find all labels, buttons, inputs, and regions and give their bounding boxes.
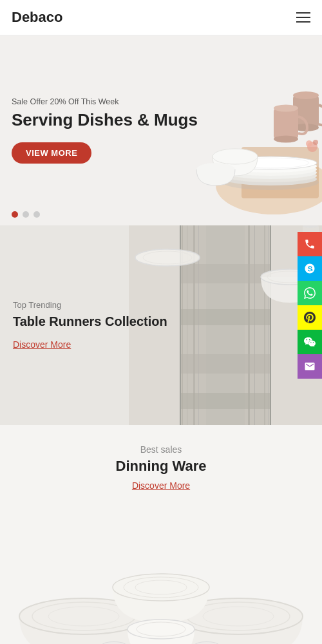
runners-title: Table Runners Collection	[13, 313, 167, 330]
whatsapp-icon	[304, 287, 316, 299]
hamburger-line-3	[296, 21, 310, 23]
table-runners-content: Top Trending Table Runners Collection Di…	[0, 281, 180, 370]
phone-icon	[304, 238, 316, 250]
snapchat-icon	[304, 312, 316, 323]
skype-button[interactable]	[298, 256, 322, 281]
dot-3[interactable]	[33, 211, 40, 218]
svg-rect-35	[180, 309, 270, 325]
phone-button[interactable]	[298, 232, 322, 256]
best-sales-label: Best sales	[12, 444, 310, 455]
email-icon	[304, 361, 316, 372]
hero-sale-text: Sale Offer 20% Off This Week	[12, 97, 310, 106]
trending-label: Top Trending	[13, 300, 167, 310]
wechat-button[interactable]	[298, 330, 322, 354]
hamburger-line-2	[296, 17, 310, 18]
dot-2[interactable]	[23, 211, 29, 218]
carousel-dots	[12, 211, 40, 218]
wechat-icon	[304, 336, 316, 348]
dining-title: Dinning Ware	[12, 458, 310, 475]
svg-rect-37	[180, 393, 270, 409]
side-contact-buttons	[298, 232, 322, 379]
hero-content: Sale Offer 20% Off This Week Serving Dis…	[0, 84, 322, 176]
view-more-button[interactable]: VIEW MORE	[12, 142, 91, 164]
dining-image-area	[12, 504, 310, 644]
hamburger-line-1	[296, 12, 310, 14]
table-runners-section: Top Trending Table Runners Collection Di…	[0, 225, 322, 425]
header: Debaco	[0, 0, 322, 35]
hamburger-menu[interactable]	[296, 12, 310, 23]
logo: Debaco	[12, 9, 62, 26]
dining-section: Best sales Dinning Ware Discover More	[0, 425, 322, 644]
svg-rect-34	[180, 264, 270, 283]
dining-discover-link[interactable]: Discover More	[132, 480, 190, 491]
skype-icon	[304, 263, 316, 274]
dining-illustration	[13, 504, 309, 644]
whatsapp-button[interactable]	[298, 281, 322, 305]
hero-section: Sale Offer 20% Off This Week Serving Dis…	[0, 35, 322, 225]
dot-1[interactable]	[12, 211, 18, 218]
hero-title: Serving Dishes & Mugs	[12, 110, 310, 130]
runners-discover-link[interactable]: Discover More	[13, 339, 71, 350]
email-button[interactable]	[298, 354, 322, 379]
snapchat-button[interactable]	[298, 305, 322, 330]
svg-rect-36	[180, 354, 270, 374]
